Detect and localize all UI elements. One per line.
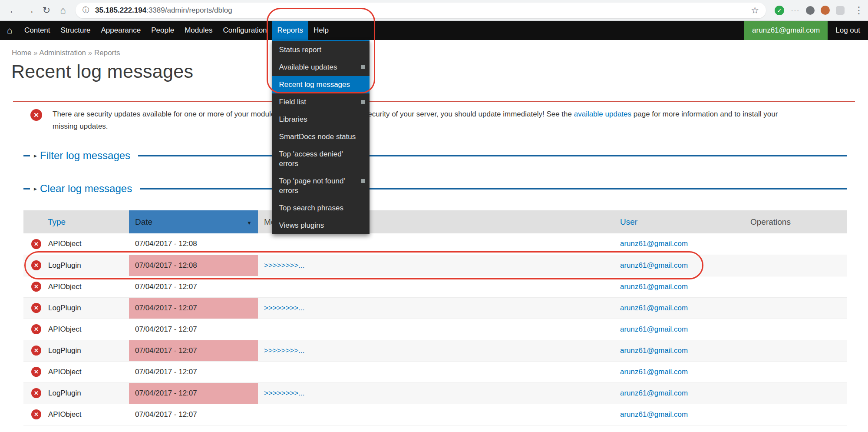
log-type: APIObject: [48, 325, 82, 334]
filter-log-messages-link[interactable]: Filter log messages: [40, 150, 130, 162]
log-user-link[interactable]: arunz61@gmail.com: [620, 346, 688, 355]
update-marker-icon: [361, 65, 365, 69]
user-sort-link: User: [620, 217, 637, 226]
menu-item-available-updates[interactable]: Available updates: [272, 59, 370, 76]
error-status-icon: ✕: [31, 324, 41, 334]
log-date: 07/04/2017 - 12:07: [129, 276, 258, 297]
extension-gray-square-icon[interactable]: [836, 6, 845, 15]
breadcrumb-separator: »: [86, 49, 94, 57]
log-user-link[interactable]: arunz61@gmail.com: [620, 239, 688, 248]
browser-home-button[interactable]: ⌂: [55, 5, 71, 16]
logout-link[interactable]: Log out: [828, 21, 868, 40]
extension-check-icon[interactable]: ✓: [775, 6, 784, 15]
log-message-link[interactable]: >>>>>>>>...: [264, 304, 305, 312]
log-user-cell: arunz61@gmail.com: [614, 340, 744, 361]
account-button[interactable]: arunz61@gmail.com: [744, 21, 828, 40]
log-operations-cell: [744, 382, 847, 404]
toolbar-item-appearance[interactable]: Appearance: [96, 21, 146, 40]
log-user-cell: arunz61@gmail.com: [614, 255, 744, 276]
breadcrumb-home[interactable]: Home: [12, 49, 31, 57]
log-operations-cell: [744, 340, 847, 361]
log-date: 07/04/2017 - 12:08: [129, 233, 258, 255]
menu-item-views-plugins[interactable]: Views plugins: [272, 217, 370, 234]
log-message-link[interactable]: >>>>>>>>...: [264, 346, 305, 355]
reports-dropdown-menu: Status reportAvailable updatesRecent log…: [272, 40, 370, 234]
menu-item-recent-log-messages[interactable]: Recent log messages: [272, 76, 370, 93]
menu-item-top-access-denied-errors[interactable]: Top 'access denied' errors: [272, 146, 370, 173]
log-operations-cell: [744, 233, 847, 255]
menu-item-smartdocs-node-status[interactable]: SmartDocs node status: [272, 128, 370, 146]
warning-text-line2: missing updates.: [53, 122, 108, 130]
toolbar-item-content[interactable]: Content: [19, 21, 56, 40]
toolbar-item-reports[interactable]: Reports: [272, 21, 309, 40]
update-marker-icon: [361, 179, 365, 183]
fieldset-border-line: [138, 155, 847, 156]
log-user-link[interactable]: arunz61@gmail.com: [620, 410, 688, 419]
menu-item-label: Status report: [279, 46, 321, 54]
log-message-cell: [258, 276, 614, 297]
log-table-row: ✕APIObject07/04/2017 - 12:07arunz61@gmai…: [23, 361, 847, 382]
log-type: APIObject: [48, 368, 82, 376]
log-message-link[interactable]: >>>>>>>>...: [264, 389, 305, 397]
log-user-link[interactable]: arunz61@gmail.com: [620, 389, 688, 397]
back-button[interactable]: ←: [5, 5, 22, 16]
url-path: :3389/admin/reports/dblog: [146, 6, 232, 14]
log-type: APIObject: [48, 239, 82, 248]
date-header-label: Date: [135, 217, 152, 226]
reload-button[interactable]: ↻: [38, 5, 55, 16]
log-operations-cell: [744, 404, 847, 425]
toolbar-item-structure[interactable]: Structure: [56, 21, 96, 40]
log-type: LogPlugin: [48, 261, 81, 270]
menu-item-field-list[interactable]: Field list: [272, 93, 370, 111]
error-status-icon: ✕: [31, 388, 41, 398]
log-message-cell: [258, 233, 614, 255]
log-user-cell: arunz61@gmail.com: [614, 233, 744, 255]
table-header-row: Type Date▼ Message User Operations: [23, 210, 847, 233]
menu-item-status-report[interactable]: Status report: [272, 41, 370, 59]
menu-item-top-search-phrases[interactable]: Top search phrases: [272, 199, 370, 217]
menu-item-label: Available updates: [279, 63, 337, 71]
extension-gray-circle-icon[interactable]: [806, 6, 815, 15]
breadcrumb-separator: »: [31, 49, 39, 57]
breadcrumb-administration[interactable]: Administration: [39, 49, 86, 57]
clear-log-messages-link[interactable]: Clear log messages: [40, 183, 132, 195]
breadcrumb-reports[interactable]: Reports: [94, 49, 120, 57]
toolbar-item-people[interactable]: People: [146, 21, 179, 40]
address-bar[interactable]: ⓘ 35.185.222.194:3389/admin/reports/dblo…: [76, 3, 766, 18]
page-info-icon[interactable]: ⓘ: [83, 6, 89, 15]
home-icon[interactable]: ⌂: [0, 21, 19, 40]
toolbar-item-configuration[interactable]: Configuration: [218, 21, 272, 40]
toolbar-item-help[interactable]: Help: [308, 21, 334, 40]
log-user-cell: arunz61@gmail.com: [614, 382, 744, 404]
bookmark-star-icon[interactable]: ☆: [751, 5, 759, 16]
menu-item-label: Recent log messages: [279, 80, 350, 89]
log-message-cell: [258, 404, 614, 425]
log-table-row: ✕LogPlugin07/04/2017 - 12:08>>>>>>>>...a…: [23, 255, 847, 276]
log-type: APIObject: [48, 410, 82, 419]
extension-dots-icon[interactable]: ⋯: [790, 6, 800, 15]
filter-log-messages-fieldset: ▸ Filter log messages: [23, 150, 847, 162]
log-user-cell: arunz61@gmail.com: [614, 319, 744, 340]
menu-item-libraries[interactable]: Libraries: [272, 111, 370, 128]
browser-menu-icon[interactable]: ⋮: [854, 5, 863, 16]
column-header-type[interactable]: Type: [23, 210, 129, 233]
forward-button[interactable]: →: [22, 5, 38, 16]
log-user-link[interactable]: arunz61@gmail.com: [620, 325, 688, 333]
menu-item-top-page-not-found-errors[interactable]: Top 'page not found' errors: [272, 173, 370, 199]
log-user-link[interactable]: arunz61@gmail.com: [620, 368, 688, 376]
log-message-cell: >>>>>>>>...: [258, 340, 614, 361]
column-header-date[interactable]: Date▼: [129, 210, 258, 233]
page-title: Recent log messages: [11, 61, 868, 82]
menu-item-label: Top 'access denied' errors: [279, 150, 343, 168]
log-message-link[interactable]: >>>>>>>>...: [264, 261, 305, 269]
log-user-link[interactable]: arunz61@gmail.com: [620, 261, 688, 269]
column-header-user[interactable]: User: [614, 210, 744, 233]
available-updates-link[interactable]: available updates: [574, 110, 631, 118]
log-user-link[interactable]: arunz61@gmail.com: [620, 282, 688, 291]
clear-log-messages-fieldset: ▸ Clear log messages: [23, 183, 847, 195]
toolbar-item-modules[interactable]: Modules: [179, 21, 218, 40]
log-date: 07/04/2017 - 12:07: [129, 297, 258, 319]
log-user-link[interactable]: arunz61@gmail.com: [620, 304, 688, 312]
extension-orange-circle-icon[interactable]: [821, 6, 830, 15]
admin-toolbar-right: arunz61@gmail.com Log out: [744, 21, 868, 40]
